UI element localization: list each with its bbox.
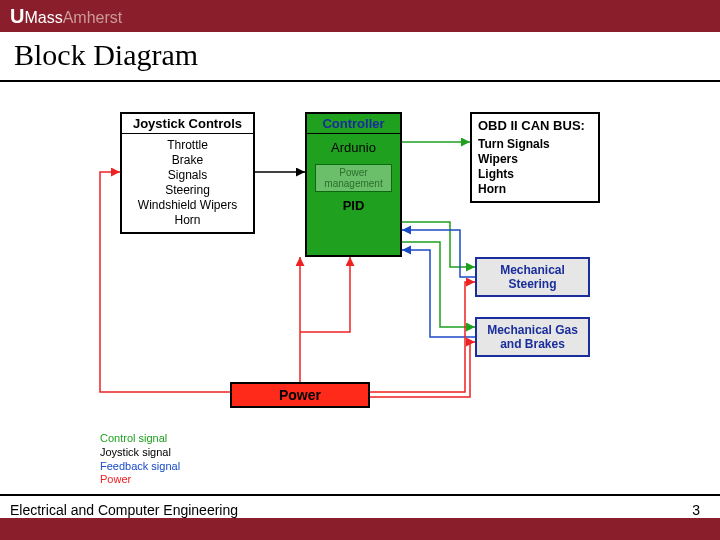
controller-power-mgmt: Power management <box>315 164 392 192</box>
footer-page: 3 <box>692 502 700 518</box>
logo-u: U <box>10 5 24 27</box>
mech-gas-label: Mechanical Gas and Brakes <box>477 319 588 355</box>
block-joystick: Joystick Controls Throttle Brake Signals… <box>120 112 255 234</box>
obd-body: Turn Signals Wipers Lights Horn <box>472 137 598 201</box>
joystick-item: Horn <box>128 213 247 228</box>
obd-item: Horn <box>478 182 592 197</box>
logo-mass: Mass <box>24 9 62 26</box>
wire-power-to-controller <box>300 257 350 332</box>
block-mech-steering: Mechanical Steering <box>475 257 590 297</box>
footer-dept: Electrical and Computer Engineering <box>10 502 238 518</box>
joystick-item: Throttle <box>128 138 247 153</box>
obd-item: Lights <box>478 167 592 182</box>
obd-item: Wipers <box>478 152 592 167</box>
power-label: Power <box>279 387 321 403</box>
controller-title: Controller <box>307 114 400 134</box>
header-bar: UMassAmherst <box>0 0 720 32</box>
diagram-stage: Joystick Controls Throttle Brake Signals… <box>0 82 720 502</box>
footer: Electrical and Computer Engineering 3 <box>0 496 720 518</box>
wire-feedback-gas <box>402 250 475 337</box>
controller-main: Ardunio <box>307 134 400 160</box>
block-mech-gas: Mechanical Gas and Brakes <box>475 317 590 357</box>
joystick-item: Signals <box>128 168 247 183</box>
legend-control: Control signal <box>100 432 180 446</box>
obd-item: Turn Signals <box>478 137 592 152</box>
mech-steering-label: Mechanical Steering <box>477 259 588 295</box>
footer-wrap: Electrical and Computer Engineering 3 <box>0 494 720 518</box>
logo: UMassAmherst <box>10 5 122 28</box>
legend-feedback: Feedback signal <box>100 460 180 474</box>
wire-feedback-steering <box>402 230 475 277</box>
legend: Control signal Joystick signal Feedback … <box>100 432 180 487</box>
controller-pid: PID <box>307 198 400 217</box>
wire-power-to-gas <box>370 342 475 397</box>
block-controller: Controller Ardunio Power management PID <box>305 112 402 257</box>
joystick-title: Joystick Controls <box>122 114 253 134</box>
joystick-body: Throttle Brake Signals Steering Windshie… <box>122 134 253 232</box>
footer-stripe <box>0 518 720 540</box>
joystick-item: Windshield Wipers <box>128 198 247 213</box>
wire-controller-to-steering <box>402 222 475 267</box>
legend-power: Power <box>100 473 180 487</box>
joystick-item: Steering <box>128 183 247 198</box>
block-power: Power <box>230 382 370 408</box>
wire-controller-to-gas <box>402 242 475 327</box>
legend-joystick: Joystick signal <box>100 446 180 460</box>
logo-amherst: Amherst <box>63 9 123 26</box>
page-title: Block Diagram <box>14 38 706 72</box>
obd-title: OBD II CAN BUS: <box>472 114 598 137</box>
block-obd: OBD II CAN BUS: Turn Signals Wipers Ligh… <box>470 112 600 203</box>
joystick-item: Brake <box>128 153 247 168</box>
title-wrap: Block Diagram <box>0 32 720 82</box>
